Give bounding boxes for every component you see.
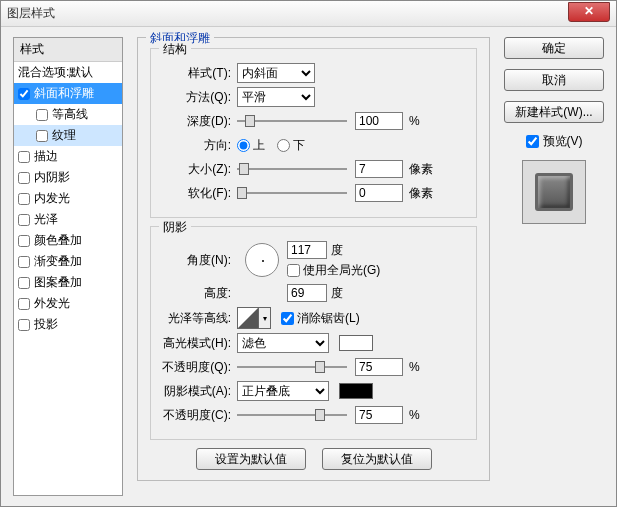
sidebar-item-5[interactable]: 内阴影 <box>14 167 122 188</box>
preview-box <box>522 160 586 224</box>
titlebar: 图层样式 ✕ <box>1 1 616 27</box>
sidebar-item-11[interactable]: 外发光 <box>14 293 122 314</box>
angle-label: 角度(N): <box>161 252 237 269</box>
size-input[interactable] <box>355 160 403 178</box>
sidebar-label-4: 描边 <box>34 148 58 165</box>
structure-title: 结构 <box>159 41 191 58</box>
close-button[interactable]: ✕ <box>568 2 610 22</box>
sidebar-item-12[interactable]: 投影 <box>14 314 122 335</box>
highlight-opacity-input[interactable] <box>355 358 403 376</box>
altitude-input[interactable] <box>287 284 327 302</box>
angle-input[interactable] <box>287 241 327 259</box>
direction-down-radio[interactable]: 下 <box>277 137 305 154</box>
shadow-opacity-slider[interactable] <box>237 408 347 422</box>
highlight-opacity-unit: % <box>409 360 420 374</box>
sidebar-checkbox-9[interactable] <box>18 256 30 268</box>
settings-panel: 斜面和浮雕 结构 样式(T): 内斜面 方法(Q): 平滑 深度(D): <box>137 37 490 496</box>
sidebar-checkbox-4[interactable] <box>18 151 30 163</box>
layer-style-dialog: 图层样式 ✕ 样式 混合选项:默认斜面和浮雕等高线纹理描边内阴影内发光光泽颜色叠… <box>0 0 617 507</box>
soften-input[interactable] <box>355 184 403 202</box>
sidebar-checkbox-1[interactable] <box>18 88 30 100</box>
sidebar-label-0: 混合选项:默认 <box>18 64 93 81</box>
angle-unit: 度 <box>331 242 343 259</box>
sidebar-item-1[interactable]: 斜面和浮雕 <box>14 83 122 104</box>
sidebar-item-9[interactable]: 渐变叠加 <box>14 251 122 272</box>
soften-label: 软化(F): <box>161 185 237 202</box>
sidebar-checkbox-11[interactable] <box>18 298 30 310</box>
soften-unit: 像素 <box>409 185 433 202</box>
sidebar-item-6[interactable]: 内发光 <box>14 188 122 209</box>
technique-label: 方法(Q): <box>161 89 237 106</box>
technique-select[interactable]: 平滑 <box>237 87 315 107</box>
global-light-checkbox[interactable]: 使用全局光(G) <box>287 262 380 279</box>
sidebar-header: 样式 <box>14 38 122 62</box>
shadow-mode-label: 阴影模式(A): <box>161 383 237 400</box>
sidebar-checkbox-5[interactable] <box>18 172 30 184</box>
depth-input[interactable] <box>355 112 403 130</box>
preview-checkbox[interactable]: 预览(V) <box>504 133 604 150</box>
shadow-mode-select[interactable]: 正片叠底 <box>237 381 329 401</box>
sidebar-checkbox-3[interactable] <box>36 130 48 142</box>
sidebar-item-2[interactable]: 等高线 <box>14 104 122 125</box>
sidebar-label-12: 投影 <box>34 316 58 333</box>
direction-up-radio[interactable]: 上 <box>237 137 265 154</box>
window-title: 图层样式 <box>7 5 55 22</box>
gloss-contour-label: 光泽等高线: <box>161 310 237 327</box>
size-label: 大小(Z): <box>161 161 237 178</box>
highlight-opacity-slider[interactable] <box>237 360 347 374</box>
depth-slider[interactable] <box>237 114 347 128</box>
preview-swatch <box>535 173 573 211</box>
gloss-contour-swatch[interactable] <box>237 307 259 329</box>
angle-dial[interactable] <box>245 243 279 277</box>
make-default-button[interactable]: 设置为默认值 <box>196 448 306 470</box>
styles-sidebar: 样式 混合选项:默认斜面和浮雕等高线纹理描边内阴影内发光光泽颜色叠加渐变叠加图案… <box>13 37 123 496</box>
shadow-color-swatch[interactable] <box>339 383 373 399</box>
shading-title: 阴影 <box>159 219 191 236</box>
size-slider[interactable] <box>237 162 347 176</box>
sidebar-label-11: 外发光 <box>34 295 70 312</box>
style-select[interactable]: 内斜面 <box>237 63 315 83</box>
sidebar-checkbox-6[interactable] <box>18 193 30 205</box>
dialog-buttons: 确定 取消 新建样式(W)... 预览(V) <box>504 37 604 496</box>
sidebar-checkbox-12[interactable] <box>18 319 30 331</box>
sidebar-label-5: 内阴影 <box>34 169 70 186</box>
sidebar-label-10: 图案叠加 <box>34 274 82 291</box>
shadow-opacity-label: 不透明度(C): <box>161 407 237 424</box>
soften-slider[interactable] <box>237 186 347 200</box>
style-label: 样式(T): <box>161 65 237 82</box>
highlight-mode-select[interactable]: 滤色 <box>237 333 329 353</box>
cancel-button[interactable]: 取消 <box>504 69 604 91</box>
highlight-color-swatch[interactable] <box>339 335 373 351</box>
depth-unit: % <box>409 114 420 128</box>
sidebar-item-3[interactable]: 纹理 <box>14 125 122 146</box>
reset-default-button[interactable]: 复位为默认值 <box>322 448 432 470</box>
sidebar-label-1: 斜面和浮雕 <box>34 85 94 102</box>
sidebar-label-2: 等高线 <box>52 106 88 123</box>
direction-label: 方向: <box>161 137 237 154</box>
sidebar-checkbox-2[interactable] <box>36 109 48 121</box>
sidebar-item-0[interactable]: 混合选项:默认 <box>14 62 122 83</box>
sidebar-label-8: 颜色叠加 <box>34 232 82 249</box>
shadow-opacity-input[interactable] <box>355 406 403 424</box>
highlight-opacity-label: 不透明度(Q): <box>161 359 237 376</box>
sidebar-label-6: 内发光 <box>34 190 70 207</box>
new-style-button[interactable]: 新建样式(W)... <box>504 101 604 123</box>
altitude-unit: 度 <box>331 285 343 302</box>
ok-button[interactable]: 确定 <box>504 37 604 59</box>
size-unit: 像素 <box>409 161 433 178</box>
highlight-mode-label: 高光模式(H): <box>161 335 237 352</box>
sidebar-item-7[interactable]: 光泽 <box>14 209 122 230</box>
antialias-checkbox[interactable]: 消除锯齿(L) <box>281 310 360 327</box>
sidebar-checkbox-7[interactable] <box>18 214 30 226</box>
sidebar-checkbox-8[interactable] <box>18 235 30 247</box>
altitude-label: 高度: <box>161 285 237 302</box>
shadow-opacity-unit: % <box>409 408 420 422</box>
sidebar-checkbox-10[interactable] <box>18 277 30 289</box>
depth-label: 深度(D): <box>161 113 237 130</box>
sidebar-item-8[interactable]: 颜色叠加 <box>14 230 122 251</box>
sidebar-label-3: 纹理 <box>52 127 76 144</box>
sidebar-item-4[interactable]: 描边 <box>14 146 122 167</box>
sidebar-item-10[interactable]: 图案叠加 <box>14 272 122 293</box>
sidebar-label-9: 渐变叠加 <box>34 253 82 270</box>
gloss-contour-dropdown[interactable]: ▾ <box>259 307 271 329</box>
